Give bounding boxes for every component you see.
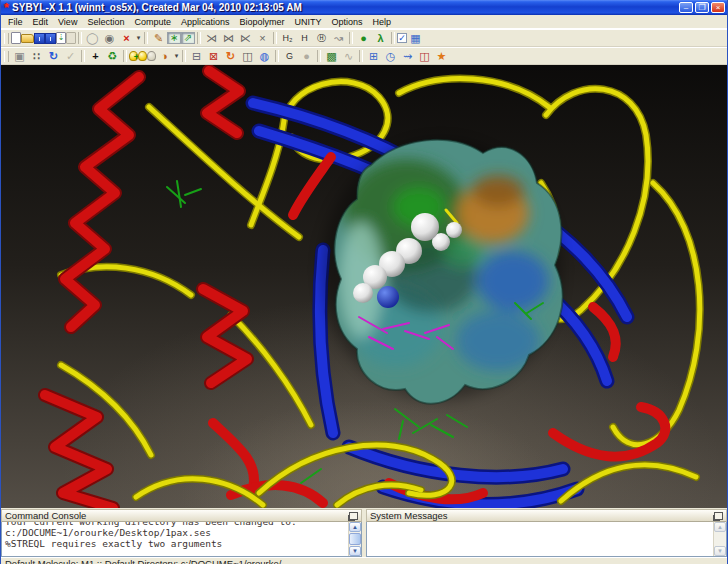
console-output[interactable]: Your current working directory has been …: [2, 522, 348, 556]
title-bar[interactable]: * SYBYL-X 1.1 (winnt_os5x), Created Mar …: [1, 0, 727, 15]
substructure-gem-icon[interactable]: ●: [355, 31, 372, 45]
new-file-icon[interactable]: [11, 32, 21, 44]
mouse-icon[interactable]: ●: [298, 49, 315, 63]
toolbar-separator: [359, 50, 363, 62]
g-label-icon[interactable]: G: [281, 49, 298, 63]
toolbar-separator: [123, 50, 127, 62]
hydrogens-icon[interactable]: H: [296, 31, 313, 45]
lattice-icon[interactable]: ∷: [28, 49, 45, 63]
float-panel-icon[interactable]: [714, 512, 723, 520]
scroll-down-icon[interactable]: ▼: [714, 546, 726, 556]
menu-compute[interactable]: Compute: [129, 17, 176, 27]
color-palette-icon[interactable]: ◑: [156, 49, 173, 63]
display-mode-icon[interactable]: ▣: [11, 49, 28, 63]
command-console-body: Your current working directory has been …: [1, 522, 362, 557]
menu-help[interactable]: Help: [368, 17, 397, 27]
zoom-box-icon[interactable]: ⊟: [188, 49, 205, 63]
toolbar-drag-handle[interactable]: [4, 51, 9, 62]
menu-edit[interactable]: Edit: [28, 17, 54, 27]
toolbar-separator: [81, 50, 85, 62]
menu-biopolymer[interactable]: Biopolymer: [234, 17, 289, 27]
messages-scrollbar[interactable]: ▲ ▼: [713, 522, 726, 556]
viewport-3d[interactable]: [1, 65, 727, 508]
molecule-view-icon[interactable]: ∗: [167, 32, 181, 44]
time-display-icon[interactable]: ◷: [382, 49, 399, 63]
application-window: * SYBYL-X 1.1 (winnt_os5x), Created Mar …: [0, 0, 728, 564]
sketch-molecule-icon[interactable]: ✎: [150, 31, 167, 45]
delete-red-x-icon[interactable]: ×: [118, 31, 135, 45]
light-on-icon[interactable]: [138, 51, 147, 61]
save-as-icon[interactable]: [45, 33, 56, 44]
bond-delete-icon[interactable]: ×: [254, 31, 271, 45]
delete-dropdown-caret[interactable]: ▾: [135, 31, 142, 45]
apply-disabled-icon[interactable]: ✓: [62, 49, 79, 63]
save-icon[interactable]: [34, 33, 45, 44]
toolbar-separator: [182, 50, 186, 62]
toolbar-separator: [78, 32, 82, 44]
toolbar-separator: [144, 32, 148, 44]
window-title: SYBYL-X 1.1 (winnt_os5x), Created Mar 04…: [12, 2, 302, 13]
light-off-icon[interactable]: [147, 51, 156, 61]
open-folder-icon[interactable]: [21, 34, 34, 43]
scroll-down-icon[interactable]: ▼: [349, 546, 361, 556]
toolbar-separator: [317, 50, 321, 62]
sybyl-logo-icon: *: [4, 3, 9, 13]
antenna-disabled-icon[interactable]: ∿: [340, 49, 357, 63]
paint-labels-icon[interactable]: ★: [433, 49, 450, 63]
hydrogens-toggle-icon[interactable]: Ⓗ: [313, 31, 330, 45]
monitor-image-icon[interactable]: ◫: [416, 49, 433, 63]
translate-move-icon[interactable]: +: [87, 49, 104, 63]
docked-panels: Command Console Your current working dir…: [1, 508, 727, 557]
restore-button[interactable]: ❐: [695, 2, 709, 13]
toolbar-row-1: ⇣◯◉×▾✎∗⇗⋊⋈⋉×H₂HⒽ↝●λ✓▦: [1, 29, 727, 47]
send-page-disabled-icon[interactable]: [66, 32, 76, 44]
snapshot-ring-icon[interactable]: ◯: [84, 31, 101, 45]
scroll-up-icon[interactable]: ▲: [349, 522, 361, 532]
camera-icon[interactable]: ◉: [101, 31, 118, 45]
scroll-up-icon[interactable]: ▲: [714, 522, 726, 532]
status-bar: Default Molecule: M1 :: Default Director…: [1, 557, 727, 564]
measure-tool-icon[interactable]: ↝: [330, 31, 347, 45]
redraw-icon[interactable]: ↻: [222, 49, 239, 63]
bond-make-icon[interactable]: ⋈: [220, 31, 237, 45]
toolbar-drag-handle[interactable]: [4, 33, 9, 44]
image-settings-icon[interactable]: ▩: [323, 49, 340, 63]
add-hydrogens-icon[interactable]: H₂: [279, 31, 296, 45]
recycle-icon[interactable]: ♻: [104, 49, 121, 63]
checkbox-table-icon[interactable]: ✓: [397, 33, 407, 43]
system-messages-panel: System Messages ▲ ▼: [366, 509, 727, 557]
menu-applications[interactable]: Applications: [176, 17, 235, 27]
palette-dropdown-caret[interactable]: ▾: [173, 49, 180, 63]
render-options-icon[interactable]: ◍: [256, 49, 273, 63]
minimize-button[interactable]: –: [679, 2, 693, 13]
menu-options[interactable]: Options: [327, 17, 368, 27]
fit-view-icon[interactable]: ⇗: [181, 32, 195, 44]
command-console-header[interactable]: Command Console: [1, 509, 362, 522]
bond-modify-icon[interactable]: ⋉: [237, 31, 254, 45]
status-text: Default Molecule: M1 :: Default Director…: [5, 558, 281, 564]
console-line: c:/DOCUME~1/orourke/Desktop/1pax.ses: [5, 527, 345, 538]
windows-icon[interactable]: ⊞: [365, 49, 382, 63]
display-screen-icon[interactable]: ◫: [239, 49, 256, 63]
menu-selection[interactable]: Selection: [82, 17, 129, 27]
light-add-icon[interactable]: [129, 51, 138, 61]
toolbar-separator: [273, 32, 277, 44]
bond-break-icon[interactable]: ⋊: [203, 31, 220, 45]
menu-unity[interactable]: UNITY: [290, 17, 327, 27]
console-scrollbar[interactable]: ▲ ▼: [348, 522, 361, 556]
close-button[interactable]: ×: [711, 2, 725, 13]
console-line: %STREQL requires exactly two arguments: [5, 538, 345, 549]
menu-view[interactable]: View: [53, 17, 82, 27]
refresh-display-icon[interactable]: ↻: [45, 49, 62, 63]
lone-pair-icon[interactable]: λ: [372, 31, 389, 45]
scroll-thumb[interactable]: [349, 533, 361, 545]
export-molecule-icon[interactable]: ⇣: [56, 32, 66, 44]
messages-output[interactable]: [367, 522, 713, 556]
airbrush-icon[interactable]: ⇝: [399, 49, 416, 63]
toolbar-separator: [391, 32, 395, 44]
system-messages-header[interactable]: System Messages: [366, 509, 727, 522]
zoom-delete-icon[interactable]: ⊠: [205, 49, 222, 63]
molecular-spreadsheet-icon[interactable]: ▦: [407, 31, 424, 45]
menu-file[interactable]: File: [3, 17, 28, 27]
float-panel-icon[interactable]: [349, 512, 358, 520]
